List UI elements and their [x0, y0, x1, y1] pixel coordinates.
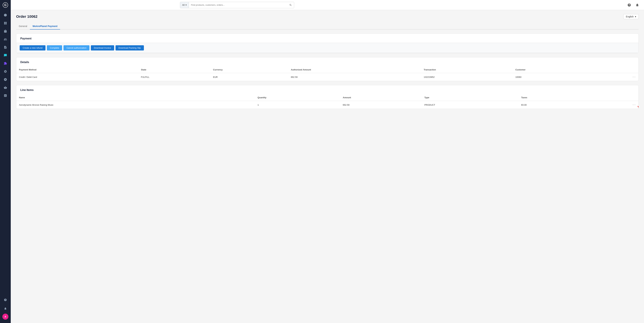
col-authorized-amount: Authorized Amount: [288, 66, 421, 73]
col-actions-header: [594, 66, 638, 73]
cell-item-quantity: 1: [255, 101, 340, 109]
cell-customer: 10060: [513, 73, 594, 81]
page-content: Order 10062 English ▾ General WeArePlane…: [11, 10, 644, 323]
notifications-icon-topbar[interactable]: [634, 2, 640, 8]
page-header: Order 10062 English ▾: [16, 14, 639, 19]
search-filter-chevron: ▾: [186, 4, 187, 6]
col-transaction: Transaction: [421, 66, 513, 73]
search-filter-dropdown[interactable]: All ▾: [180, 2, 189, 8]
language-chevron: ▾: [635, 15, 636, 18]
col-quantity: Quantity: [255, 94, 340, 101]
sidebar-item-customers[interactable]: [2, 35, 9, 43]
help-icon-topbar[interactable]: [626, 2, 632, 8]
sidebar-item-reports[interactable]: [2, 92, 9, 99]
sidebar-item-content[interactable]: [2, 44, 9, 51]
main-content: All ▾ Order 10062 English ▾: [11, 0, 644, 323]
cancel-auth-button[interactable]: Cancel authorization: [64, 45, 90, 50]
red-arrow-annotation: [635, 98, 639, 109]
col-customer: Customer: [513, 66, 594, 73]
tabs: General WeArePlanet Payment: [16, 23, 639, 29]
table-row: Credit / Debit Card FULFILL EUR €62.59 1…: [16, 73, 638, 81]
cell-transaction: 132215852: [421, 73, 513, 81]
line-items-table: Name Quantity Amount Type Taxes Aerodyna…: [16, 94, 638, 109]
line-item-row: Aerodynamic Bronze Raising Music 1 €62.5…: [16, 101, 638, 109]
col-line-actions-header: [587, 94, 638, 101]
sidebar-item-orders[interactable]: [2, 27, 9, 35]
svg-text:G: G: [4, 3, 6, 7]
search-input[interactable]: [189, 2, 287, 8]
line-items-card: Line Items Name Quantity Amount Type Tax…: [16, 85, 639, 109]
sidebar-bottom: A: [2, 296, 9, 321]
col-type: Type: [422, 94, 518, 101]
sidebar-item-notifications[interactable]: [2, 305, 9, 312]
col-currency: Currency: [210, 66, 288, 73]
sidebar-item-catalog[interactable]: [2, 19, 9, 27]
details-table: Payment Method State Currency Authorized…: [16, 66, 638, 81]
sidebar-item-marketing[interactable]: [2, 52, 9, 59]
download-packing-slip-button[interactable]: Download Packing Slip: [116, 45, 144, 50]
complete-button[interactable]: Complete: [47, 45, 62, 50]
page-title: Order 10062: [16, 14, 38, 19]
cell-item-name: Aerodynamic Bronze Raising Music: [16, 101, 255, 109]
row-actions-button[interactable]: ···: [594, 73, 638, 81]
sidebar-item-warehouse[interactable]: [2, 84, 9, 91]
col-amount: Amount: [340, 94, 422, 101]
details-card-title: Details: [16, 57, 638, 66]
payment-card-title: Payment: [16, 34, 638, 43]
line-items-card-title: Line Items: [16, 85, 638, 94]
topbar-right: [626, 2, 640, 8]
language-label: English: [626, 15, 634, 18]
tab-general[interactable]: General: [16, 23, 30, 29]
svg-marker-3: [638, 106, 639, 108]
topbar: All ▾: [11, 0, 644, 10]
payment-actions: Create a new refund Complete Cancel auth…: [16, 43, 638, 53]
col-taxes: Taxes: [518, 94, 587, 101]
sidebar-item-settings[interactable]: [2, 68, 9, 75]
sidebar-item-help[interactable]: [2, 296, 9, 304]
create-refund-button[interactable]: Create a new refund: [20, 45, 46, 50]
language-selector[interactable]: English ▾: [623, 14, 639, 19]
tab-weareplanet-payment[interactable]: WeArePlanet Payment: [30, 23, 60, 29]
payment-card: Payment Create a new refund Complete Can…: [16, 33, 639, 53]
line-item-actions-button[interactable]: ···: [587, 101, 638, 109]
col-payment-method: Payment Method: [16, 66, 138, 73]
cell-authorized-amount: €62.59: [288, 73, 421, 81]
download-invoice-button[interactable]: Download Invoice: [91, 45, 114, 50]
user-avatar[interactable]: A: [2, 314, 8, 320]
col-name: Name: [16, 94, 255, 101]
cell-item-type: PRODUCT: [422, 101, 518, 109]
details-card: Details Payment Method State Currency Au…: [16, 57, 639, 81]
search-button[interactable]: [287, 2, 294, 8]
sidebar-item-dashboard[interactable]: [2, 11, 9, 19]
search-filter-label: All: [182, 4, 184, 6]
cell-currency: EUR: [210, 73, 288, 81]
sidebar-nav: [0, 11, 11, 296]
search-container: All ▾: [180, 2, 294, 8]
sidebar-item-add-channel[interactable]: [2, 76, 9, 83]
sidebar: G: [0, 0, 11, 323]
cell-payment-method: Credit / Debit Card: [16, 73, 138, 81]
sidebar-item-plugins[interactable]: [2, 60, 9, 67]
app-logo[interactable]: G: [2, 2, 8, 8]
col-state: State: [138, 66, 210, 73]
cell-item-taxes: €0.00: [518, 101, 587, 109]
cell-item-amount: €62.59: [340, 101, 422, 109]
cell-state: FULFILL: [138, 73, 210, 81]
